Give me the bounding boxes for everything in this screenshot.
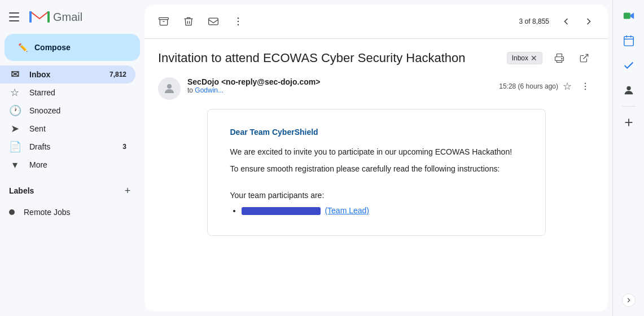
expand-panel-button[interactable] (622, 293, 636, 307)
compose-label: Compose (34, 43, 71, 52)
svg-point-10 (167, 84, 172, 89)
print-button[interactable] (549, 48, 569, 68)
sender-avatar (158, 77, 181, 100)
svg-point-12 (585, 86, 586, 87)
sent-icon: ➤ (9, 122, 20, 135)
svg-rect-16 (624, 37, 633, 46)
time-text: 15:28 (6 hours ago) (499, 82, 558, 90)
next-email-button[interactable] (579, 11, 599, 32)
inbox-label: Inbox (29, 70, 100, 79)
sender-info: SecDojo <no-reply@sec-dojo.com> to Godwi… (187, 77, 492, 94)
star-email-button[interactable]: ☆ (563, 80, 572, 93)
svg-point-13 (585, 89, 586, 90)
sidebar-header: Gmail (0, 5, 144, 34)
email-para1: We are excited to invite you to particip… (230, 146, 523, 158)
more-actions-button[interactable] (228, 11, 248, 32)
remote-jobs-label: Remote Jobs (24, 208, 70, 217)
archive-button[interactable] (154, 11, 174, 32)
add-app-button[interactable] (617, 111, 640, 134)
inbox-badge-count: 7,812 (109, 71, 126, 78)
inbox-label-badge: Inbox ✕ (507, 52, 542, 64)
label-dot (9, 209, 15, 215)
participants-label: Your team participants are: (230, 189, 523, 201)
email-para2: To ensure smooth registration please car… (230, 163, 523, 175)
compose-button[interactable]: ✏️ Compose (5, 34, 140, 61)
more-label: More (29, 160, 126, 169)
subject-bar: Invitation to attend ECOWAS Cyber Securi… (144, 39, 608, 73)
sender-email: <no-reply@sec-dojo.com> (221, 77, 320, 86)
email-content-card: Dear Team CyberShield We are excited to … (207, 109, 546, 236)
snoozed-label: Snoozed (29, 106, 126, 115)
team-lead-label: (Team Lead) (325, 206, 369, 215)
recipient-address[interactable]: Godwin... (195, 86, 224, 94)
inbox-icon: ✉ (9, 68, 20, 81)
labels-section: Labels + (0, 178, 144, 203)
google-meet-button[interactable] (617, 5, 640, 27)
sidebar: Gmail ✏️ Compose ✉ Inbox 7,812 ☆ Starred… (0, 0, 144, 316)
svg-rect-0 (29, 11, 32, 23)
email-header: SecDojo <no-reply@sec-dojo.com> to Godwi… (144, 73, 608, 109)
participant-item-1: (Team Lead) (242, 206, 523, 215)
main-nav: ✉ Inbox 7,812 ☆ Starred 🕐 Snoozed ➤ Sent… (0, 65, 144, 174)
to-label: to (187, 86, 193, 94)
panel-divider (622, 106, 636, 107)
svg-line-9 (584, 54, 588, 59)
open-in-new-button[interactable] (574, 48, 594, 68)
more-icon: ▾ (9, 159, 20, 171)
svg-rect-3 (209, 18, 218, 25)
labels-title: Labels (9, 186, 34, 195)
right-panel (612, 0, 644, 316)
sent-label: Sent (29, 124, 126, 133)
sidebar-item-more[interactable]: ▾ More (0, 156, 135, 174)
sidebar-item-inbox[interactable]: ✉ Inbox 7,812 (0, 65, 135, 84)
participants-list: (Team Lead) (230, 206, 523, 215)
gmail-logo: Gmail (29, 9, 82, 25)
tasks-button[interactable] (617, 54, 640, 77)
pagination-count: 3 of 8,855 (519, 17, 549, 25)
recipient-info: to Godwin... (187, 86, 492, 94)
snooze-icon: 🕐 (9, 104, 20, 117)
inbox-badge-text: Inbox (512, 54, 528, 62)
svg-rect-1 (47, 11, 50, 23)
svg-point-5 (238, 21, 239, 23)
delete-button[interactable] (178, 11, 199, 32)
redacted-name (242, 207, 321, 215)
prev-email-button[interactable] (556, 11, 576, 32)
email-more-button[interactable] (576, 77, 594, 95)
svg-rect-14 (623, 13, 630, 19)
contacts-button[interactable] (617, 79, 640, 102)
pagination: 3 of 8,855 (519, 11, 599, 32)
svg-point-20 (627, 86, 630, 90)
starred-label: Starred (29, 88, 126, 97)
sender-name: SecDojo (187, 77, 219, 86)
email-timestamp: 15:28 (6 hours ago) ☆ (499, 77, 594, 95)
drafts-badge-count: 3 (122, 143, 126, 151)
email-body: Dear Team CyberShield We are excited to … (144, 109, 608, 311)
svg-point-11 (585, 83, 586, 84)
subject-actions (549, 48, 594, 68)
svg-rect-2 (159, 17, 169, 19)
sidebar-item-sent[interactable]: ➤ Sent (0, 120, 135, 138)
add-label-button[interactable]: + (120, 183, 135, 199)
sidebar-item-starred[interactable]: ☆ Starred (0, 84, 135, 102)
hamburger-menu[interactable] (9, 10, 23, 24)
mark-unread-button[interactable] (203, 11, 224, 32)
sidebar-item-remote-jobs[interactable]: Remote Jobs (0, 203, 135, 221)
sidebar-item-drafts[interactable]: 📄 Drafts 3 (0, 138, 135, 156)
drafts-icon: 📄 (9, 141, 20, 153)
sidebar-item-snoozed[interactable]: 🕐 Snoozed (0, 102, 135, 120)
email-subject: Invitation to attend ECOWAS Cyber Securi… (158, 51, 500, 65)
email-greeting: Dear Team CyberShield (230, 128, 523, 137)
compose-icon: ✏️ (18, 43, 28, 52)
svg-point-4 (238, 17, 239, 19)
svg-point-6 (238, 24, 239, 26)
drafts-label: Drafts (29, 142, 113, 151)
svg-marker-15 (630, 13, 633, 19)
main-content: 3 of 8,855 Invitation to attend ECOWAS C… (144, 5, 608, 311)
calendar-button[interactable] (617, 29, 640, 52)
remove-inbox-label-button[interactable]: ✕ (531, 54, 537, 63)
email-toolbar: 3 of 8,855 (144, 5, 608, 39)
svg-point-8 (562, 58, 563, 59)
star-icon: ☆ (9, 86, 20, 99)
